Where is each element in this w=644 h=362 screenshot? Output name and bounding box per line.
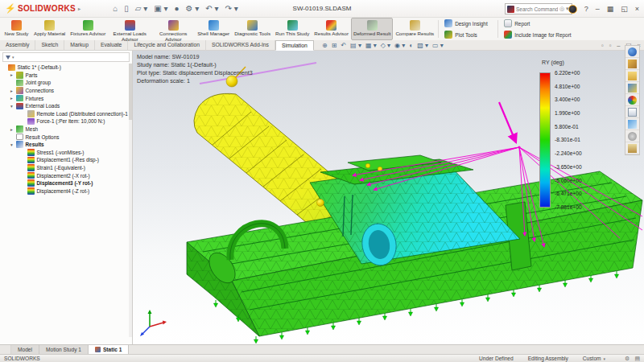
user-avatar[interactable] xyxy=(568,5,577,14)
section-view-icon[interactable]: ▤ ▾ xyxy=(350,42,361,49)
preview-window-icon[interactable]: ▫ xyxy=(601,42,604,49)
save-icon[interactable]: ▣ ▾ xyxy=(154,4,167,13)
tree-item[interactable]: Remote Load (Distributed connection)-1 (… xyxy=(0,110,132,118)
ribbon-button[interactable]: Diagnostic Tools ▾ xyxy=(232,18,273,40)
pane-window-icon[interactable]: ▫ xyxy=(609,42,612,49)
print-icon[interactable]: ● xyxy=(175,4,180,13)
tab-splitter[interactable] xyxy=(0,345,11,354)
task-pane-button[interactable] xyxy=(625,130,639,142)
tree-item[interactable]: Result Options xyxy=(0,133,132,141)
previous-view-icon[interactable]: ↶ xyxy=(341,42,346,49)
minimize-icon[interactable]: – xyxy=(596,5,600,13)
new-document-icon[interactable]: ▯ xyxy=(124,4,129,13)
ribbon-button[interactable]: Results Advisor ▾ xyxy=(312,18,351,40)
ribbon-button[interactable]: Shell Manager ▾ xyxy=(195,18,232,40)
tree-item[interactable]: ▸ Fixtures xyxy=(0,94,132,102)
view-orientation-icon[interactable]: ▦ ▾ xyxy=(365,42,377,49)
units-dropdown[interactable]: Custom ▾ xyxy=(583,356,605,361)
tree-scrollbar[interactable] xyxy=(129,64,132,337)
tree-item[interactable]: ▸ Connections xyxy=(0,87,132,95)
bottom-tab[interactable]: Static 1 xyxy=(89,345,129,354)
tree-item[interactable]: ▸ Parts xyxy=(0,72,132,80)
help-icon[interactable]: ? xyxy=(584,5,588,13)
tree-item[interactable]: Strain1 (-Equivalent-) xyxy=(0,164,132,172)
settings-icon[interactable]: ⚙ xyxy=(625,356,630,362)
expand-arrow-icon[interactable]: ▸ xyxy=(10,88,16,93)
edit-appearance-icon[interactable]: ◐ xyxy=(409,42,413,49)
grid-icon[interactable]: ▦ xyxy=(607,5,614,13)
restore-icon[interactable]: ◱ xyxy=(621,5,628,13)
tree-item[interactable]: Static 1* (-Default-) xyxy=(0,64,132,72)
tree-filter-box[interactable]: ▾ xyxy=(2,52,130,62)
task-pane-button[interactable] xyxy=(625,94,639,106)
redo-icon[interactable]: ↷ ▾ xyxy=(225,4,238,13)
annotation-line: Model name: SW-01019 xyxy=(137,53,253,61)
compare-results-icon xyxy=(410,20,420,31)
graphics-viewport[interactable]: Model name: SW-01019 Study name: Static … xyxy=(133,51,644,344)
tree-item[interactable]: Displacement3 (-Y rot-) xyxy=(0,179,132,187)
ribbon-button[interactable]: Run This Study ▾ xyxy=(273,18,312,40)
legend-value: 6.220e+00 xyxy=(555,70,582,76)
expand-arrow-icon[interactable]: ▾ xyxy=(10,104,16,109)
apply-scene-icon[interactable]: ▧ ▾ xyxy=(417,42,428,49)
command-tab[interactable]: Assembly xyxy=(0,40,35,51)
display-style-icon[interactable]: ◇ ▾ xyxy=(381,42,390,49)
command-tab[interactable]: Simulation xyxy=(275,40,314,51)
study-icon xyxy=(8,64,15,72)
task-pane-button[interactable] xyxy=(625,58,639,70)
ribbon-button[interactable]: External Loads Advisor ▾ xyxy=(108,18,151,40)
hide-show-icon[interactable]: ◉ ▾ xyxy=(394,42,405,49)
task-pane-button[interactable] xyxy=(625,106,639,118)
ribbon-small-button[interactable]: Report xyxy=(504,19,571,27)
tree-item[interactable]: Force-1 (:Per item: 10,000 N:) xyxy=(0,117,132,125)
search-input[interactable] xyxy=(516,6,558,12)
logo-caret-icon[interactable]: ▸ xyxy=(78,6,80,11)
plot-icon xyxy=(27,157,35,164)
expand-arrow-icon[interactable]: ▸ xyxy=(10,72,16,77)
tree-item[interactable]: Displacement1 (-Res disp-) xyxy=(0,156,132,164)
tree-item[interactable]: Joint group xyxy=(0,79,132,87)
bottom-tab[interactable]: Motion Study 1 xyxy=(39,345,89,354)
ribbon-small-button[interactable]: Design Insight ▾ xyxy=(444,19,492,27)
ribbon-button[interactable]: Compare Results ▾ xyxy=(393,18,436,40)
status-icons: ⚙ ▤ xyxy=(625,356,640,362)
undo-icon[interactable]: ↶ ▾ xyxy=(205,4,218,13)
sheet-icon[interactable]: ▤ xyxy=(634,356,640,362)
open-icon[interactable]: ▱ ▾ xyxy=(135,4,148,13)
filter-caret-icon[interactable]: ▾ xyxy=(12,55,14,60)
tree-item[interactable]: Displacement2 (-X rot-) xyxy=(0,171,132,179)
ribbon-button[interactable]: Apply Material ▾ xyxy=(31,18,68,40)
expand-arrow-icon[interactable]: ▾ xyxy=(10,142,16,147)
home-icon[interactable]: ⌂ xyxy=(113,4,118,13)
zoom-area-icon[interactable]: ⊞ xyxy=(332,42,337,49)
task-pane-button[interactable] xyxy=(625,118,639,130)
ribbon-button[interactable]: Connections Advisor ▾ xyxy=(151,18,195,40)
ribbon-small-button[interactable]: Plot Tools ▾ xyxy=(444,31,492,39)
ribbon-button[interactable]: New Study ▾ xyxy=(2,18,31,40)
task-pane-button[interactable] xyxy=(625,142,639,154)
ribbon-button[interactable]: Fixtures Advisor ▾ xyxy=(68,18,108,40)
search-box[interactable]: ◎ ▾ xyxy=(505,3,572,14)
command-tab[interactable]: SOLIDWORKS Add-Ins xyxy=(206,40,275,51)
bottom-tab[interactable]: Model xyxy=(11,345,39,354)
task-pane-button[interactable] xyxy=(625,82,639,94)
design-library-icon xyxy=(628,60,637,68)
expand-arrow-icon[interactable]: ▸ xyxy=(10,127,16,132)
options-icon[interactable]: ⚙ ▾ xyxy=(186,4,200,13)
close-icon[interactable]: × xyxy=(635,5,639,13)
tree-item[interactable]: ▾ Results xyxy=(0,141,132,149)
minimize-doc-icon[interactable]: – xyxy=(617,42,620,49)
zoom-fit-icon[interactable]: ⊕ xyxy=(322,42,328,49)
ribbon-button[interactable]: Deformed Result ▾ xyxy=(351,18,393,40)
expand-arrow-icon[interactable]: ▸ xyxy=(10,96,16,101)
ribbon-small-button[interactable]: Include Image for Report xyxy=(504,31,571,39)
tree-item[interactable]: Displacement4 (-Z rot-) xyxy=(0,187,132,195)
command-tab[interactable]: Markup xyxy=(64,40,95,51)
task-pane-button[interactable] xyxy=(625,70,639,82)
task-pane-button[interactable] xyxy=(625,46,639,58)
tree-item[interactable]: Stress1 (-vonMises-) xyxy=(0,149,132,157)
tree-item[interactable]: ▾ External Loads xyxy=(0,102,132,110)
command-tab[interactable]: Sketch xyxy=(35,40,64,51)
view-settings-icon[interactable]: ▭ ▾ xyxy=(432,42,444,49)
tree-item[interactable]: ▸ Mesh xyxy=(0,125,132,134)
